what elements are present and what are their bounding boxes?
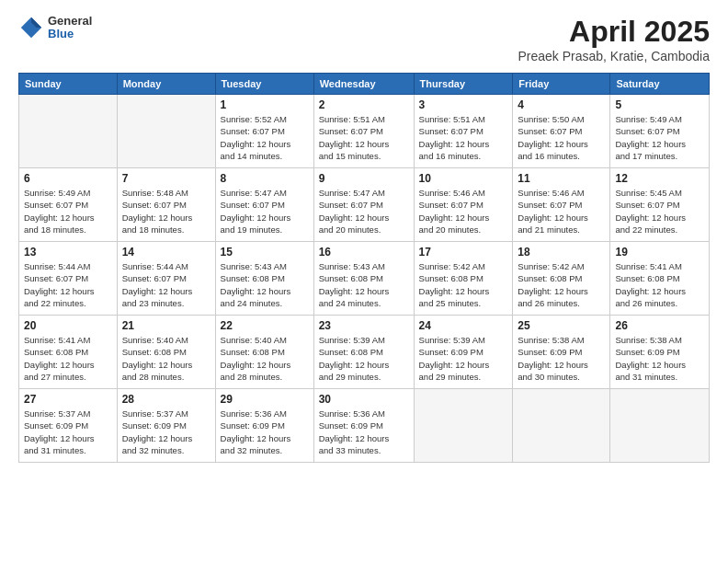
calendar-cell: 27Sunrise: 5:37 AM Sunset: 6:09 PM Dayli… bbox=[19, 389, 118, 463]
calendar-cell: 18Sunrise: 5:42 AM Sunset: 6:08 PM Dayli… bbox=[513, 242, 610, 316]
calendar-cell: 16Sunrise: 5:43 AM Sunset: 6:08 PM Dayli… bbox=[313, 242, 414, 316]
day-number: 20 bbox=[24, 319, 112, 332]
day-number: 6 bbox=[24, 172, 112, 185]
day-number: 13 bbox=[24, 246, 112, 259]
logo-blue-text: Blue bbox=[48, 28, 92, 40]
calendar-cell: 26Sunrise: 5:38 AM Sunset: 6:09 PM Dayli… bbox=[610, 316, 710, 389]
calendar-cell: 14Sunrise: 5:44 AM Sunset: 6:07 PM Dayli… bbox=[117, 242, 215, 316]
day-info: Sunrise: 5:37 AM Sunset: 6:09 PM Dayligh… bbox=[24, 408, 112, 456]
day-number: 19 bbox=[615, 246, 704, 259]
day-info: Sunrise: 5:47 AM Sunset: 6:07 PM Dayligh… bbox=[221, 187, 309, 236]
page: General Blue April 2025 Preaek Prasab, K… bbox=[0, 0, 728, 563]
day-info: Sunrise: 5:52 AM Sunset: 6:07 PM Dayligh… bbox=[221, 113, 309, 162]
calendar-header-thursday: Thursday bbox=[414, 74, 513, 95]
day-info: Sunrise: 5:48 AM Sunset: 6:07 PM Dayligh… bbox=[122, 187, 210, 236]
day-info: Sunrise: 5:41 AM Sunset: 6:08 PM Dayligh… bbox=[24, 334, 112, 383]
calendar-week-row: 6Sunrise: 5:49 AM Sunset: 6:07 PM Daylig… bbox=[19, 168, 710, 242]
calendar-header-tuesday: Tuesday bbox=[215, 74, 313, 95]
subtitle: Preaek Prasab, Kratie, Cambodia bbox=[518, 49, 710, 63]
calendar-cell: 28Sunrise: 5:37 AM Sunset: 6:09 PM Dayli… bbox=[117, 389, 215, 463]
day-number: 8 bbox=[221, 172, 309, 185]
main-title: April 2025 bbox=[518, 15, 710, 49]
day-number: 14 bbox=[122, 246, 210, 259]
day-info: Sunrise: 5:37 AM Sunset: 6:09 PM Dayligh… bbox=[122, 408, 210, 456]
day-info: Sunrise: 5:49 AM Sunset: 6:07 PM Dayligh… bbox=[24, 187, 112, 236]
day-info: Sunrise: 5:50 AM Sunset: 6:07 PM Dayligh… bbox=[518, 113, 605, 162]
day-number: 15 bbox=[221, 246, 309, 259]
calendar-cell: 1Sunrise: 5:52 AM Sunset: 6:07 PM Daylig… bbox=[215, 95, 313, 168]
day-info: Sunrise: 5:46 AM Sunset: 6:07 PM Dayligh… bbox=[518, 187, 605, 236]
day-number: 1 bbox=[221, 98, 309, 111]
day-info: Sunrise: 5:46 AM Sunset: 6:07 PM Dayligh… bbox=[419, 187, 508, 236]
day-number: 24 bbox=[419, 319, 508, 332]
calendar-cell: 15Sunrise: 5:43 AM Sunset: 6:08 PM Dayli… bbox=[215, 242, 313, 316]
day-number: 16 bbox=[319, 246, 409, 259]
calendar-cell: 7Sunrise: 5:48 AM Sunset: 6:07 PM Daylig… bbox=[117, 168, 215, 242]
day-number: 22 bbox=[221, 319, 309, 332]
calendar-cell: 4Sunrise: 5:50 AM Sunset: 6:07 PM Daylig… bbox=[513, 95, 610, 168]
day-info: Sunrise: 5:38 AM Sunset: 6:09 PM Dayligh… bbox=[518, 334, 605, 383]
day-info: Sunrise: 5:51 AM Sunset: 6:07 PM Dayligh… bbox=[319, 113, 409, 162]
calendar-cell: 17Sunrise: 5:42 AM Sunset: 6:08 PM Dayli… bbox=[414, 242, 513, 316]
calendar-cell: 19Sunrise: 5:41 AM Sunset: 6:08 PM Dayli… bbox=[610, 242, 710, 316]
calendar-week-row: 1Sunrise: 5:52 AM Sunset: 6:07 PM Daylig… bbox=[19, 95, 710, 168]
day-info: Sunrise: 5:47 AM Sunset: 6:07 PM Dayligh… bbox=[319, 187, 409, 236]
calendar-header-sunday: Sunday bbox=[19, 74, 118, 95]
day-info: Sunrise: 5:39 AM Sunset: 6:09 PM Dayligh… bbox=[419, 334, 508, 383]
calendar-cell: 25Sunrise: 5:38 AM Sunset: 6:09 PM Dayli… bbox=[513, 316, 610, 389]
day-info: Sunrise: 5:42 AM Sunset: 6:08 PM Dayligh… bbox=[419, 260, 508, 309]
day-number: 9 bbox=[319, 172, 409, 185]
day-number: 26 bbox=[615, 319, 704, 332]
calendar-cell: 30Sunrise: 5:36 AM Sunset: 6:09 PM Dayli… bbox=[313, 389, 414, 463]
day-number: 23 bbox=[319, 319, 409, 332]
calendar-cell: 2Sunrise: 5:51 AM Sunset: 6:07 PM Daylig… bbox=[313, 95, 414, 168]
day-number: 10 bbox=[419, 172, 508, 185]
calendar-week-row: 20Sunrise: 5:41 AM Sunset: 6:08 PM Dayli… bbox=[19, 316, 710, 389]
logo-icon bbox=[18, 15, 44, 40]
calendar-week-row: 13Sunrise: 5:44 AM Sunset: 6:07 PM Dayli… bbox=[19, 242, 710, 316]
calendar-cell: 12Sunrise: 5:45 AM Sunset: 6:07 PM Dayli… bbox=[610, 168, 710, 242]
calendar-header-friday: Friday bbox=[513, 74, 610, 95]
day-number: 29 bbox=[221, 393, 309, 406]
day-number: 12 bbox=[615, 172, 704, 185]
day-info: Sunrise: 5:36 AM Sunset: 6:09 PM Dayligh… bbox=[221, 408, 309, 456]
day-info: Sunrise: 5:51 AM Sunset: 6:07 PM Dayligh… bbox=[419, 113, 508, 162]
day-number: 5 bbox=[615, 98, 704, 111]
day-number: 4 bbox=[518, 98, 605, 111]
calendar-cell: 6Sunrise: 5:49 AM Sunset: 6:07 PM Daylig… bbox=[19, 168, 118, 242]
calendar-cell: 9Sunrise: 5:47 AM Sunset: 6:07 PM Daylig… bbox=[313, 168, 414, 242]
calendar-cell: 11Sunrise: 5:46 AM Sunset: 6:07 PM Dayli… bbox=[513, 168, 610, 242]
calendar-header-monday: Monday bbox=[117, 74, 215, 95]
calendar-cell: 10Sunrise: 5:46 AM Sunset: 6:07 PM Dayli… bbox=[414, 168, 513, 242]
day-info: Sunrise: 5:44 AM Sunset: 6:07 PM Dayligh… bbox=[24, 260, 112, 309]
day-info: Sunrise: 5:44 AM Sunset: 6:07 PM Dayligh… bbox=[122, 260, 210, 309]
logo: General Blue bbox=[18, 15, 92, 41]
logo-general-text: General bbox=[48, 15, 92, 28]
day-info: Sunrise: 5:39 AM Sunset: 6:08 PM Dayligh… bbox=[319, 334, 409, 383]
day-info: Sunrise: 5:49 AM Sunset: 6:07 PM Dayligh… bbox=[615, 113, 704, 162]
day-number: 11 bbox=[518, 172, 605, 185]
day-number: 25 bbox=[518, 319, 605, 332]
day-info: Sunrise: 5:36 AM Sunset: 6:09 PM Dayligh… bbox=[319, 408, 409, 456]
calendar-cell: 21Sunrise: 5:40 AM Sunset: 6:08 PM Dayli… bbox=[117, 316, 215, 389]
calendar-cell: 5Sunrise: 5:49 AM Sunset: 6:07 PM Daylig… bbox=[610, 95, 710, 168]
calendar-cell: 22Sunrise: 5:40 AM Sunset: 6:08 PM Dayli… bbox=[215, 316, 313, 389]
header: General Blue April 2025 Preaek Prasab, K… bbox=[18, 15, 710, 63]
day-number: 3 bbox=[419, 98, 508, 111]
calendar-cell bbox=[117, 95, 215, 168]
calendar-cell: 23Sunrise: 5:39 AM Sunset: 6:08 PM Dayli… bbox=[313, 316, 414, 389]
calendar-cell: 8Sunrise: 5:47 AM Sunset: 6:07 PM Daylig… bbox=[215, 168, 313, 242]
calendar-header-saturday: Saturday bbox=[610, 74, 710, 95]
day-info: Sunrise: 5:41 AM Sunset: 6:08 PM Dayligh… bbox=[615, 260, 704, 309]
calendar-cell bbox=[513, 389, 610, 463]
calendar-cell: 29Sunrise: 5:36 AM Sunset: 6:09 PM Dayli… bbox=[215, 389, 313, 463]
calendar-cell: 20Sunrise: 5:41 AM Sunset: 6:08 PM Dayli… bbox=[19, 316, 118, 389]
day-number: 7 bbox=[122, 172, 210, 185]
calendar-cell bbox=[610, 389, 710, 463]
day-number: 17 bbox=[419, 246, 508, 259]
day-info: Sunrise: 5:43 AM Sunset: 6:08 PM Dayligh… bbox=[319, 260, 409, 309]
day-info: Sunrise: 5:40 AM Sunset: 6:08 PM Dayligh… bbox=[221, 334, 309, 383]
day-info: Sunrise: 5:40 AM Sunset: 6:08 PM Dayligh… bbox=[122, 334, 210, 383]
calendar: SundayMondayTuesdayWednesdayThursdayFrid… bbox=[18, 73, 710, 463]
calendar-cell bbox=[19, 95, 118, 168]
